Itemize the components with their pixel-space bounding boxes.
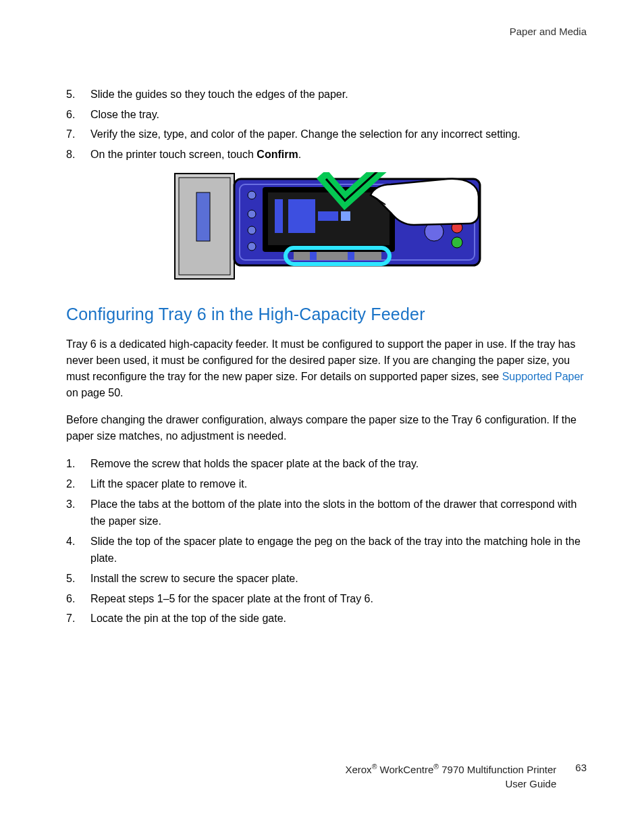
step-text-post: . <box>298 149 301 160</box>
supported-paper-link[interactable]: Supported Paper <box>502 371 584 382</box>
svg-rect-2 <box>196 192 210 241</box>
page-footer: Xerox® WorkCentre® 7970 Multifunction Pr… <box>0 762 644 791</box>
step-item: 7. Verify the size, type, and color of t… <box>66 126 587 143</box>
svg-rect-17 <box>310 252 317 260</box>
step-text: On the printer touch screen, touch Confi… <box>90 146 587 163</box>
paragraph-2: Before changing the drawer configuration… <box>66 412 587 444</box>
page-number: 63 <box>575 762 587 773</box>
step-item: 5.Install the screw to secure the spacer… <box>66 570 587 588</box>
steps-bottom: 1.Remove the screw that holds the spacer… <box>66 455 587 627</box>
svg-rect-13 <box>318 211 338 221</box>
step-number: 7. <box>66 610 90 627</box>
svg-rect-18 <box>348 252 354 260</box>
step-text: Lift the spacer plate to remove it. <box>90 475 587 493</box>
svg-point-24 <box>452 237 462 248</box>
step-item: 7.Locate the pin at the top of the side … <box>66 610 587 627</box>
step-text: Place the tabs at the bottom of the plat… <box>90 496 587 530</box>
step-item: 1.Remove the screw that holds the spacer… <box>66 455 587 473</box>
para1-pre: Tray 6 is a dedicated high-capacity feed… <box>66 338 576 382</box>
step-number: 6. <box>66 590 90 608</box>
page-header-section: Paper and Media <box>66 26 587 37</box>
section-heading: Configuring Tray 6 in the High-Capacity … <box>66 305 587 324</box>
svg-point-8 <box>248 242 256 251</box>
step-item: 8. On the printer touch screen, touch Co… <box>66 146 587 163</box>
step-text: Remove the screw that holds the spacer p… <box>90 455 587 473</box>
step-number: 4. <box>66 533 90 567</box>
footer-brand1: Xerox <box>345 764 371 775</box>
step-text: Close the tray. <box>90 106 587 124</box>
step-number: 5. <box>66 86 90 103</box>
svg-point-7 <box>248 226 256 234</box>
step-item: 5. Slide the guides so they touch the ed… <box>66 86 587 103</box>
step-text-bold: Confirm <box>257 149 298 160</box>
footer-brand2: WorkCentre <box>377 764 433 775</box>
svg-point-6 <box>248 210 256 218</box>
step-number: 5. <box>66 570 90 588</box>
step-text: Slide the top of the spacer plate to eng… <box>90 533 587 567</box>
para1-post: on page 50. <box>66 387 124 398</box>
step-item: 4.Slide the top of the spacer plate to e… <box>66 533 587 567</box>
step-text: Install the screw to secure the spacer p… <box>90 570 587 588</box>
paragraph-1: Tray 6 is a dedicated high-capacity feed… <box>66 336 587 401</box>
step-item: 6.Repeat steps 1–5 for the spacer plate … <box>66 590 587 608</box>
printer-confirm-illustration <box>171 172 483 282</box>
svg-rect-16 <box>294 252 381 260</box>
step-number: 2. <box>66 475 90 493</box>
step-text: Locate the pin at the top of the side ga… <box>90 610 587 627</box>
step-text: Slide the guides so they touch the edges… <box>90 86 587 103</box>
step-number: 7. <box>66 126 90 143</box>
svg-rect-12 <box>288 199 315 233</box>
step-number: 1. <box>66 455 90 473</box>
step-number: 3. <box>66 496 90 530</box>
step-item: 2.Lift the spacer plate to remove it. <box>66 475 587 493</box>
step-number: 6. <box>66 106 90 124</box>
step-number: 8. <box>66 146 90 163</box>
footer-model: 7970 Multifunction Printer <box>439 764 556 775</box>
svg-point-5 <box>248 191 256 199</box>
steps-top: 5. Slide the guides so they touch the ed… <box>66 86 587 163</box>
step-text-pre: On the printer touch screen, touch <box>90 149 257 160</box>
step-item: 6. Close the tray. <box>66 106 587 124</box>
reg-mark-icon: ® <box>433 762 439 771</box>
step-text: Repeat steps 1–5 for the spacer plate at… <box>90 590 587 608</box>
svg-rect-14 <box>341 211 350 221</box>
footer-meta: Xerox® WorkCentre® 7970 Multifunction Pr… <box>345 762 556 791</box>
svg-rect-11 <box>275 199 283 233</box>
step-item: 3.Place the tabs at the bottom of the pl… <box>66 496 587 530</box>
footer-line2: User Guide <box>345 777 556 791</box>
step-text: Verify the size, type, and color of the … <box>90 126 587 143</box>
